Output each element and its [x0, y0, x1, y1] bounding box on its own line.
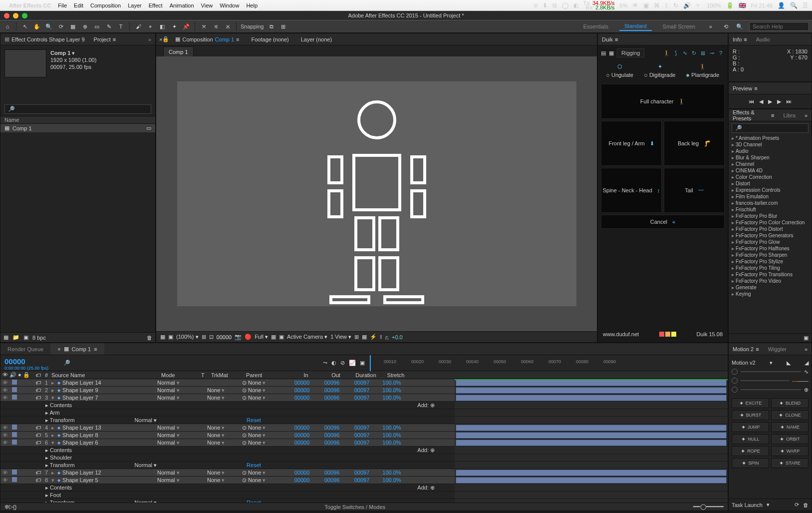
tab-layer[interactable]: Layer (none) [295, 33, 338, 45]
reset-workspace-icon[interactable]: ⟲ [721, 22, 730, 31]
ease-out-icon[interactable]: ◢ [805, 360, 809, 366]
effects-list[interactable]: * Animation Presets3D ChannelAudioBlur &… [729, 135, 812, 333]
duik-url[interactable]: www.duduf.net [603, 331, 639, 337]
full-character-button[interactable]: Full character🚶 [601, 84, 725, 119]
back-leg-button[interactable]: Back leg🦵 [664, 121, 725, 166]
selection-tool-icon[interactable]: ↖ [20, 22, 29, 31]
slider[interactable] [741, 380, 789, 381]
effect-category[interactable]: Keying [731, 291, 810, 297]
segment-icon[interactable]: — [803, 378, 809, 384]
dropbox-icon[interactable]: ⧉ [552, 2, 557, 9]
opt-ungulate[interactable]: ⬡Ungulate [606, 63, 633, 78]
view-axis-icon[interactable]: ⤩ [223, 22, 232, 31]
rotation-icon[interactable]: ↻ [690, 49, 698, 57]
bluetooth-icon[interactable]: ᛒ [665, 2, 668, 9]
resolution-dropdown[interactable]: Full ▾ [255, 334, 268, 340]
layer-row[interactable]: 👁 🏷6▾◆Shape Layer 6Normal ▾None ▾⊙ None … [0, 439, 455, 447]
guides-icon[interactable]: ⊞ [354, 334, 359, 340]
tab-duik[interactable]: Duik ≡ [602, 36, 618, 42]
menubar-icon[interactable]: ▣ [643, 2, 649, 9]
close-window[interactable] [4, 13, 9, 18]
workspace-essentials[interactable]: Essentials [578, 22, 613, 30]
property-row[interactable]: ▸ Arm [0, 409, 455, 417]
type-tool-icon[interactable]: T [116, 22, 125, 31]
ease-in-icon[interactable]: ◣ [787, 360, 791, 366]
motion-stare-button[interactable]: ✦STARE [771, 458, 809, 468]
flowchart-icon[interactable]: ⎌ [385, 334, 389, 340]
effect-category[interactable]: FxFactory Pro Sharpen [731, 252, 810, 258]
tab-wiggler[interactable]: Wiggler [768, 346, 787, 352]
trash-icon[interactable]: 🗑 [147, 335, 152, 341]
layer-row[interactable]: 👁 🏷3▾◆Shape Layer 7Normal ▾None ▾⊙ None … [0, 394, 455, 402]
project-item[interactable]: ▦ Comp 1 ▭ [0, 124, 155, 132]
effect-category[interactable]: 3D Channel [731, 141, 810, 148]
effect-category[interactable]: FxFactory Pro Video [731, 278, 810, 284]
menubar-icon[interactable]: ⎚ [534, 2, 538, 9]
flag-icon[interactable]: 🇬🇧 [739, 2, 746, 9]
search-icon[interactable]: 🔎 [63, 360, 70, 366]
tab-composition[interactable]: ▦ Composition Comp 1 ≡ [169, 33, 245, 45]
motion-warp-button[interactable]: ✦WARP [771, 446, 809, 456]
effect-category[interactable]: Distort [731, 180, 810, 187]
menubar-icon[interactable]: ⬇ [542, 2, 547, 9]
effect-category[interactable]: Generate [731, 284, 810, 291]
effect-category[interactable]: FxFactory Pro Halftones [731, 245, 810, 252]
render-icon[interactable]: ▷ [9, 504, 13, 510]
local-axis-icon[interactable]: ⤧ [199, 22, 208, 31]
layer-row[interactable]: 👁 🏷7▸◆Shape Layer 12Normal ▾None ▾⊙ None… [0, 469, 455, 477]
workspace-more-icon[interactable]: » [706, 22, 715, 31]
segment-icon[interactable]: — [798, 378, 803, 384]
tab-info[interactable]: Info ≡ [733, 36, 747, 42]
timemachine-icon[interactable]: ↻ [673, 2, 678, 9]
spine-button[interactable]: Spine - Neck - Head↕ [601, 168, 662, 213]
motion-null-button[interactable]: ✦NULL [732, 434, 769, 444]
camera-tool-icon[interactable]: ▦ [68, 22, 77, 31]
menu-help[interactable]: Help [246, 2, 258, 8]
tab-project[interactable]: Project ≡ [94, 36, 116, 42]
prev-frame-icon[interactable]: ◀ [759, 98, 763, 105]
layer-bar[interactable] [455, 394, 728, 402]
motion-excite-button[interactable]: ✦EXCITE [732, 398, 769, 408]
effect-category[interactable]: FxFactory Pro Distort [731, 226, 810, 232]
menu-composition[interactable]: Composition [90, 2, 121, 8]
effect-category[interactable]: FxFactory Pro Stylize [731, 258, 810, 265]
overflow-icon[interactable]: » [805, 346, 808, 352]
menu-animation[interactable]: Animation [170, 2, 194, 8]
zoom-dropdown[interactable]: (100%) ▾ [176, 334, 199, 340]
lock-icon[interactable]: 🔒 [162, 36, 169, 42]
tab-libraries[interactable]: Libra [783, 112, 795, 118]
motion-orbit-button[interactable]: ✦ORBIT [771, 434, 809, 444]
user-icon[interactable]: 👤 [778, 2, 785, 9]
motion-spin-button[interactable]: ✦SPIN [732, 458, 769, 468]
menubar-icon[interactable]: ⌘ [654, 2, 660, 9]
motion-blend-button[interactable]: ✦BLEND [771, 398, 809, 408]
opt-plantigrade[interactable]: 🚶Plantigrade [686, 63, 719, 78]
property-row[interactable]: ▸ ContentsAdd: ⊕ [0, 484, 455, 492]
tab-effects-presets[interactable]: Effects & Presets ≡ [733, 109, 774, 121]
motion-rope-button[interactable]: ✦ROPE [732, 446, 769, 456]
orbit-tool-icon[interactable]: ⟳ [56, 22, 65, 31]
effect-category[interactable]: francois-tarlier.com [731, 200, 810, 206]
property-row[interactable]: ▸ ContentsAdd: ⊕ [0, 402, 455, 409]
segment-icon[interactable]: — [792, 378, 798, 384]
view-dropdown[interactable]: 1 View ▾ [330, 334, 351, 340]
hand-tool-icon[interactable]: ✋ [32, 22, 41, 31]
effect-category[interactable]: Channel [731, 161, 810, 167]
eraser-tool-icon[interactable]: ◧ [158, 22, 167, 31]
effect-category[interactable]: Color Correction [731, 174, 810, 180]
knob[interactable] [732, 378, 738, 384]
knob[interactable] [732, 387, 738, 393]
property-row[interactable]: ▸ TransformNormal ▾Reset [0, 417, 455, 424]
project-col-name[interactable]: Name [0, 116, 155, 124]
mag-icon[interactable]: ▦ [160, 334, 165, 340]
home-icon[interactable]: ⌂ [3, 22, 12, 31]
opt-digitigrade[interactable]: ✦Digitigrade [644, 63, 676, 78]
tab-audio[interactable]: Audio [756, 36, 770, 42]
play-icon[interactable]: ▶ [768, 98, 772, 105]
trash-icon[interactable]: 🗑 [803, 502, 809, 508]
snapping-label[interactable]: Snapping [241, 23, 264, 29]
timeline-icon[interactable]: ⫴ [380, 334, 382, 340]
tail-button[interactable]: Tail〰 [664, 168, 725, 213]
workspace-small-screen[interactable]: Small Screen [658, 22, 700, 30]
effect-category[interactable]: Film Emulation [731, 193, 810, 200]
